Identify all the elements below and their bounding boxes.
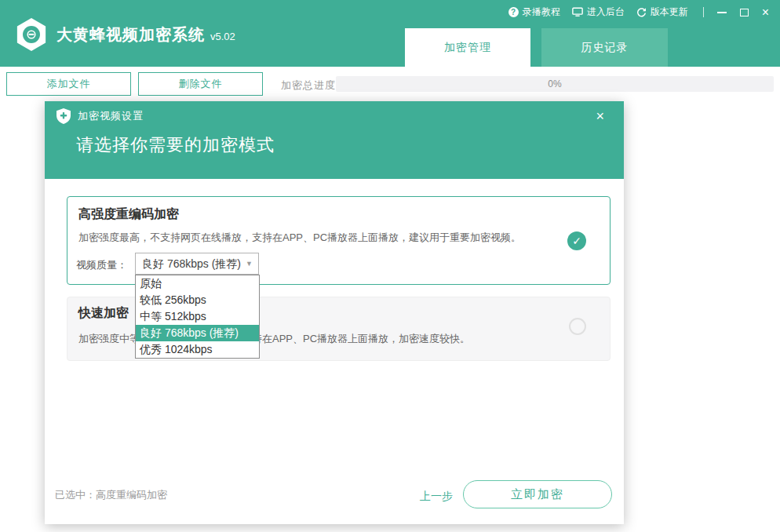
- chevron-down-icon: ▼: [246, 253, 253, 274]
- tutorial-link-label: 录播教程: [523, 5, 560, 19]
- update-link-label: 版本更新: [651, 5, 688, 19]
- backend-link[interactable]: 进入后台: [572, 5, 625, 19]
- app-logo-hexagon-icon: [16, 18, 47, 51]
- option-title: 高强度重编码加密: [78, 206, 179, 223]
- previous-step-link[interactable]: 上一步: [420, 490, 453, 504]
- total-progress-bar: 0%: [336, 76, 774, 92]
- dropdown-option-original[interactable]: 原始: [136, 275, 259, 292]
- app-header: ? 录播教程 进入后台 版本更新 ×: [0, 0, 780, 67]
- titlebar-links: ? 录播教程 进入后台 版本更新 ×: [508, 5, 769, 19]
- refresh-icon: [636, 7, 647, 17]
- option-description: 加密强度最高，不支持网页在线播放，支持在APP、PC播放器上面播放，建议用于重要…: [78, 231, 521, 245]
- dialog-title: 加密视频设置: [78, 109, 144, 123]
- video-quality-select[interactable]: 良好 768kbps (推荐) ▼: [135, 253, 259, 275]
- dropdown-option-excellent[interactable]: 优秀 1024kbps: [136, 341, 259, 358]
- app-title: 大黄蜂视频加密系统v5.02: [56, 24, 235, 46]
- encrypt-settings-dialog: 加密视频设置 × 请选择你需要的加密模式 高强度重编码加密 加密强度最高，不支持…: [45, 101, 624, 524]
- tab-encryption-management[interactable]: 加密管理: [405, 28, 530, 67]
- app-window: ? 录播教程 进入后台 版本更新 ×: [0, 0, 780, 532]
- dialog-title-row: 加密视频设置: [56, 108, 144, 124]
- question-circle-icon: ?: [508, 7, 519, 17]
- dropdown-option-good-recommended[interactable]: 良好 768kbps (推荐): [136, 325, 259, 341]
- total-progress-label: 加密总进度: [281, 78, 336, 93]
- delete-file-button[interactable]: 删除文件: [138, 72, 263, 96]
- close-window-icon[interactable]: ×: [762, 7, 769, 18]
- minimize-icon[interactable]: [717, 12, 727, 13]
- option-title: 快速加密: [78, 305, 129, 322]
- dropdown-option-medium[interactable]: 中等 512kbps: [136, 308, 259, 325]
- dialog-header: 加密视频设置 × 请选择你需要的加密模式: [45, 101, 624, 179]
- tutorial-link[interactable]: ? 录播教程: [508, 5, 560, 19]
- backend-link-label: 进入后台: [587, 5, 625, 19]
- tab-history[interactable]: 历史记录: [541, 28, 668, 67]
- dialog-heading: 请选择你需要的加密模式: [76, 133, 275, 157]
- monitor-icon: [572, 7, 583, 17]
- selected-mode-status: 已选中：高度重编码加密: [55, 488, 167, 502]
- video-quality-dropdown: 原始 较低 256kbps 中等 512kbps 良好 768kbps (推荐)…: [135, 275, 260, 359]
- unselected-radio-icon[interactable]: [569, 318, 586, 335]
- encrypt-now-button[interactable]: 立即加密: [463, 480, 612, 508]
- app-title-text: 大黄蜂视频加密系统: [56, 26, 205, 43]
- selected-check-icon[interactable]: ✓: [567, 231, 586, 250]
- shield-plus-icon: [56, 108, 71, 124]
- add-file-button[interactable]: 添加文件: [6, 72, 131, 96]
- update-link[interactable]: 版本更新: [636, 5, 688, 19]
- app-version: v5.02: [210, 31, 235, 42]
- video-quality-label: 视频质量：: [76, 258, 127, 272]
- titlebar-divider: [703, 7, 704, 17]
- dropdown-option-low[interactable]: 较低 256kbps: [136, 292, 259, 308]
- window-controls: ×: [703, 7, 769, 18]
- video-quality-selected-value: 良好 768kbps (推荐): [142, 257, 241, 270]
- dialog-close-icon[interactable]: ×: [596, 108, 604, 125]
- maximize-icon[interactable]: [740, 9, 749, 16]
